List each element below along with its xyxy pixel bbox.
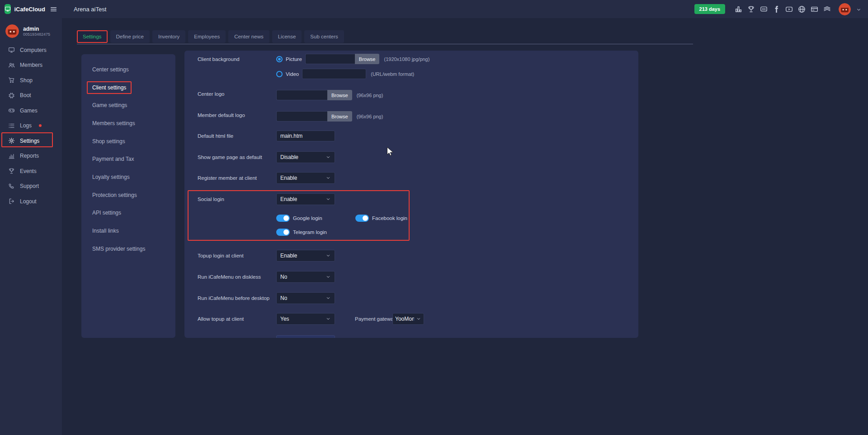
trophy-icon[interactable]: [747, 5, 755, 13]
chevron-down-icon[interactable]: [856, 6, 862, 12]
payment-gateway-select[interactable]: YooMoney: [392, 313, 424, 325]
app-logo-icon: [5, 4, 11, 14]
sidebar-item-label: Logout: [20, 198, 37, 205]
user-name: admin: [23, 26, 50, 32]
nav-members-settings[interactable]: Members settings: [81, 114, 175, 132]
telegram-login-toggle[interactable]: [276, 229, 290, 236]
sidebar-item-label: Support: [20, 183, 39, 189]
facebook-login-toggle[interactable]: [355, 215, 369, 222]
nav-payment-and-tax[interactable]: Payment and Tax: [81, 150, 175, 168]
topup-login-select[interactable]: Enable: [276, 250, 335, 262]
client-background-video-row: Video (URL/webm format): [276, 69, 414, 79]
select-value: No: [280, 274, 287, 280]
tab-define-price[interactable]: Define price: [110, 30, 150, 43]
register-member-label: Register member at client: [198, 175, 257, 181]
member-logo-browse-button[interactable]: Browse: [327, 111, 352, 122]
google-login-toggle[interactable]: [276, 215, 290, 222]
tab-employees[interactable]: Employees: [188, 30, 226, 43]
logs-icon: [8, 122, 15, 129]
tab-center-news[interactable]: Center news: [228, 30, 269, 43]
nav-item-label: API settings: [92, 210, 121, 216]
video-radio[interactable]: [276, 71, 283, 77]
menu-icon[interactable]: [50, 5, 57, 13]
clipped-input[interactable]: [276, 335, 335, 338]
layers-icon[interactable]: [823, 5, 831, 13]
nav-game-settings[interactable]: Game settings: [81, 96, 175, 114]
sidebar-item-label: Events: [20, 168, 37, 174]
tab-inventory[interactable]: Inventory: [152, 30, 185, 43]
nav-item-label: Install links: [92, 228, 119, 234]
sidebar-item-shop[interactable]: Shop: [0, 73, 62, 88]
member-logo-input[interactable]: [276, 111, 327, 122]
gear-icon: [8, 137, 15, 144]
picture-browse-button[interactable]: Browse: [355, 54, 380, 64]
picture-radio-label: Picture: [286, 56, 302, 62]
facebook-login-label: Facebook login: [372, 215, 407, 221]
register-member-select[interactable]: Enable: [276, 172, 335, 184]
select-value: Yes: [280, 316, 289, 322]
sidebar-item-logout[interactable]: Logout: [0, 194, 62, 209]
run-icafemenu-desktop-select[interactable]: No: [276, 292, 335, 304]
nav-sms-provider-settings[interactable]: SMS provider settings: [81, 240, 175, 258]
chevron-down-icon: [326, 274, 331, 280]
nav-item-label: SMS provider settings: [92, 246, 145, 252]
sidebar-item-logs[interactable]: Logs: [0, 118, 62, 134]
show-game-page-select[interactable]: Disable: [276, 151, 335, 163]
facebook-icon[interactable]: [773, 5, 780, 13]
sidebar-item-settings[interactable]: Settings: [0, 133, 62, 149]
sidebar-item-boot[interactable]: Boot: [0, 88, 62, 103]
select-value: Disable: [280, 154, 298, 160]
members-icon: [8, 62, 15, 69]
sidebar-item-label: Shop: [20, 77, 33, 84]
youtube-icon[interactable]: [785, 5, 793, 13]
chevron-down-icon: [326, 196, 331, 202]
allow-topup-select[interactable]: Yes: [276, 313, 335, 325]
user-avatar[interactable]: [839, 3, 851, 15]
notification-dot: [39, 124, 42, 127]
license-days-badge[interactable]: 213 days: [694, 4, 725, 14]
globe-icon[interactable]: [798, 5, 806, 13]
google-login-label: Google login: [293, 215, 322, 221]
run-icafemenu-diskless-select[interactable]: No: [276, 271, 335, 283]
sidebar-item-reports[interactable]: Reports: [0, 149, 62, 164]
run-icafemenu-diskless-label: Run iCafeMenu on diskless: [198, 274, 261, 280]
nav-shop-settings[interactable]: Shop settings: [81, 132, 175, 150]
center-logo-input[interactable]: [276, 90, 327, 100]
sidebar-item-label: Logs: [20, 122, 32, 129]
sidebar-item-label: Games: [20, 108, 38, 114]
nav-loyalty-settings[interactable]: Loyalty settings: [81, 168, 175, 186]
tab-sub-centers[interactable]: Sub centers: [304, 30, 344, 43]
billing-card-icon[interactable]: [811, 5, 818, 13]
video-url-input[interactable]: [302, 69, 366, 79]
sidebar-item-support[interactable]: Support: [0, 179, 62, 194]
picture-radio[interactable]: [276, 56, 283, 62]
tab-settings[interactable]: Settings: [77, 30, 108, 43]
telegram-login-label: Telegram login: [293, 229, 327, 235]
sidebar-user[interactable]: admin 005193482475: [0, 18, 62, 42]
sidebar-item-members[interactable]: Members: [0, 58, 62, 73]
sidebar-item-computers[interactable]: Computers: [0, 42, 62, 58]
client-background-label: Client background: [198, 56, 240, 62]
picture-file-input[interactable]: [305, 54, 355, 64]
social-login-select[interactable]: Enable: [276, 193, 335, 205]
select-value: Enable: [280, 196, 297, 202]
nav-install-links[interactable]: Install links: [81, 222, 175, 240]
stats-icon[interactable]: [735, 5, 742, 13]
chevron-down-icon: [326, 253, 331, 258]
show-game-page-label: Show game page as default: [198, 154, 262, 160]
default-html-file-input[interactable]: [276, 131, 335, 141]
sidebar-item-events[interactable]: Events: [0, 164, 62, 179]
nav-client-settings[interactable]: Client settings: [81, 79, 175, 97]
nav-api-settings[interactable]: API settings: [81, 204, 175, 222]
select-value: Enable: [280, 253, 297, 259]
center-logo-browse-button[interactable]: Browse: [327, 90, 352, 100]
nav-item-label: Game settings: [92, 102, 127, 108]
sidebar-item-games[interactable]: Games: [0, 103, 62, 118]
sidebar-item-label: Settings: [20, 138, 39, 144]
nav-item-label: Center settings: [92, 66, 129, 73]
discord-icon[interactable]: [760, 5, 768, 13]
select-value: No: [280, 295, 287, 301]
nav-protection-settings[interactable]: Protection settings: [81, 186, 175, 204]
nav-center-settings[interactable]: Center settings: [81, 61, 175, 79]
tab-license[interactable]: License: [272, 30, 302, 43]
